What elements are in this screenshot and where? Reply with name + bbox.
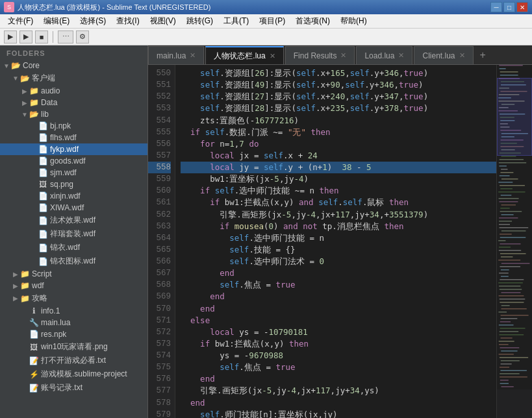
tree-item-wdf[interactable]: ▶📁wdf — [0, 280, 147, 291]
tree-item-label: main.lua — [41, 318, 70, 327]
line-numbers: 5505515525535545555565575585595605615625… — [148, 65, 175, 418]
tab-close-button[interactable]: ✕ — [270, 52, 275, 60]
menu-item-h[interactable]: 帮助(H) — [335, 14, 372, 28]
line-number: 570 — [148, 303, 171, 315]
app-icon: S — [4, 2, 14, 12]
line-number: 573 — [148, 338, 171, 350]
line-number: 559 — [148, 173, 171, 185]
tab-______lua[interactable]: 人物状态栏.lua✕ — [205, 46, 283, 64]
tree-item-bj_npk[interactable]: 📄bj.npk — [0, 120, 147, 132]
tree-item-audio[interactable]: ▶📁audio — [0, 85, 147, 97]
line-number: 563 — [148, 221, 171, 232]
tree-item-goods_wdf[interactable]: 📄goods.wdf — [0, 155, 147, 167]
maximize-button[interactable]: □ — [503, 2, 515, 12]
toolbar-play-button[interactable]: ▶ — [4, 31, 17, 43]
tree-item-___wdf[interactable]: 📄锦衣.wdf — [0, 241, 147, 254]
tree-item-___[interactable]: ▼📂客户端 — [0, 71, 147, 85]
tree-item-win10_____png[interactable]: 🖼win10玩家请看.png — [0, 340, 147, 354]
tree-item-sjm_wdf[interactable]: 📄sjm.wdf — [0, 167, 147, 178]
tree-item-label: goods.wdf — [50, 156, 86, 166]
tab-close-button[interactable]: ✕ — [398, 51, 404, 60]
tree-item-flhs_wdf[interactable]: 📄flhs.wdf — [0, 132, 147, 143]
tree-item-label: win10玩家请看.png — [41, 341, 108, 352]
tree-item-label: 祥瑞套装.wdf — [50, 228, 95, 240]
toolbar-stop-button[interactable]: ■ — [35, 31, 48, 43]
code-line: local jx = self.x + 24 — [181, 150, 496, 162]
code-line: 引擎.画矩形(jx-5,jy-4,jx+117,jy+34,+3551379) — [181, 209, 496, 221]
tab-close-button[interactable]: ✕ — [340, 51, 346, 60]
toolbar-play2-button[interactable]: ▶ — [19, 31, 32, 43]
code-line: if bw1:拦截点(x,y) and self.self.鼠标 then — [181, 197, 496, 208]
code-line: end — [181, 303, 496, 315]
tree-item-XIWA_wdf[interactable]: 📄XIWA.wdf — [0, 202, 147, 214]
tree-item-fykp_wdf[interactable]: 📄fykp.wdf — [0, 143, 147, 155]
tree-item-main_lua[interactable]: 🔧main.lua — [0, 317, 147, 328]
tab-close-button[interactable]: ✕ — [459, 51, 465, 60]
code-line: self.焦点 = true — [181, 362, 496, 373]
code-editor[interactable]: self.资源组[26]:显示(self.x+165,self.y+346,tr… — [175, 65, 496, 418]
sidebar: FOLDERS ▼📂Core▼📂客户端▶📁audio▶📁Data▼📂lib📄bj… — [0, 45, 148, 418]
tree-item-_____wdf[interactable]: 📄法术效果.wdf — [0, 214, 147, 227]
tree-item-_____wdf[interactable]: 📄祥瑞套装.wdf — [0, 227, 147, 241]
tab-label: 人物状态栏.lua — [214, 51, 265, 62]
menu-item-f[interactable]: 文件(F) — [3, 14, 38, 28]
tree-item-label: Script — [32, 269, 52, 278]
line-number: 568 — [148, 279, 171, 291]
tree-item-_____wdf[interactable]: 📄锦衣图标.wdf — [0, 254, 147, 268]
line-number: 550 — [148, 68, 171, 79]
main-layout: FOLDERS ▼📂Core▼📂客户端▶📁audio▶📁Data▼📂lib📄bj… — [0, 45, 532, 418]
tab-label: Find Results — [294, 51, 337, 60]
line-number: 554 — [148, 115, 171, 127]
tree-item-lib[interactable]: ▼📂lib — [0, 108, 147, 120]
menu-item-n[interactable]: 首选项(N) — [290, 14, 335, 28]
tree-item-sq_png[interactable]: 🖼sq.png — [0, 178, 147, 190]
minimap[interactable] — [496, 65, 532, 418]
tab-Find_Results[interactable]: Find Results✕ — [285, 46, 355, 64]
tree-item-xinjn_wdf[interactable]: 📄xinjn.wdf — [0, 190, 147, 202]
editor-area: main.lua✕人物状态栏.lua✕Find Results✕Load.lua… — [148, 45, 532, 418]
code-line: if bw1:拦截点(x,y) then — [181, 338, 496, 350]
minimize-button[interactable]: ─ — [490, 2, 502, 12]
tree-item-Script[interactable]: ▶📁Script — [0, 268, 147, 280]
tab-Load_lua[interactable]: Load.lua✕ — [356, 46, 412, 64]
code-line: self.资源组[26]:显示(self.x+165,self.y+346,tr… — [181, 68, 496, 79]
menu-item-s[interactable]: 选择(S) — [75, 14, 111, 28]
tree-item-res_npk[interactable]: 📄res.npk — [0, 328, 147, 340]
tree-item-icon: 📄 — [38, 203, 48, 212]
tree-item-__[interactable]: ▶📁攻略 — [0, 291, 147, 305]
code-line: end — [181, 291, 496, 302]
tree-item-_____sublime_project[interactable]: ⚡游戏模板.sublime-project — [0, 367, 147, 381]
menu-item-p[interactable]: 项目(P) — [254, 14, 290, 28]
new-tab-button[interactable]: + — [475, 46, 491, 64]
tab-Client_lua[interactable]: Client.lua✕ — [414, 46, 473, 64]
close-button[interactable]: ✕ — [516, 2, 528, 12]
code-container[interactable]: 5505515525535545555565575585595605615625… — [148, 65, 532, 418]
menu-item-t[interactable]: 工具(T) — [218, 14, 254, 28]
tree-item-________txt[interactable]: 📝打不开游戏必看.txt — [0, 354, 147, 367]
window-controls: ─ □ ✕ — [490, 2, 528, 12]
tab-close-button[interactable]: ✕ — [190, 51, 196, 60]
menu-item-e[interactable]: 编辑(E) — [38, 14, 75, 28]
menu-item-g[interactable]: 跳转(G) — [181, 14, 218, 28]
code-line: local ys = -10790181 — [181, 326, 496, 338]
tree-item-Data[interactable]: ▶📁Data — [0, 97, 147, 108]
tree-item-icon: 📝 — [29, 384, 39, 393]
menu-item-v[interactable]: 视图(V) — [145, 14, 181, 28]
tab-main_lua[interactable]: main.lua✕ — [148, 46, 204, 64]
tree-item-_____txt[interactable]: 📝账号记录.txt — [0, 381, 147, 395]
tree-item-label: fykp.wdf — [50, 145, 79, 154]
code-line: self.师门技能[n]:置坐标(jx,jy) — [181, 409, 496, 418]
tree-item-Core[interactable]: ▼📂Core — [0, 60, 147, 71]
tree-item-label: xinjn.wdf — [50, 191, 81, 201]
toolbar-more-button[interactable]: ⋯ — [58, 31, 73, 43]
code-line: ys = -9670988 — [181, 350, 496, 362]
line-number: 558 — [148, 162, 171, 173]
code-line: self.资源组[27]:显示(self.x+240,self.y+347,tr… — [181, 91, 496, 103]
toolbar-settings-button[interactable]: ⚙ — [76, 31, 89, 43]
tree-item-label: sjm.wdf — [50, 168, 77, 177]
tree-item-icon: 📄 — [38, 230, 48, 239]
toolbar-separator — [53, 31, 53, 43]
tree-item-info_1[interactable]: ℹinfo.1 — [0, 305, 147, 317]
menu-item-i[interactable]: 查找(I) — [111, 14, 144, 28]
code-line: self.资源组[49]:显示(self.x+90,self.y+346,tru… — [181, 79, 496, 91]
